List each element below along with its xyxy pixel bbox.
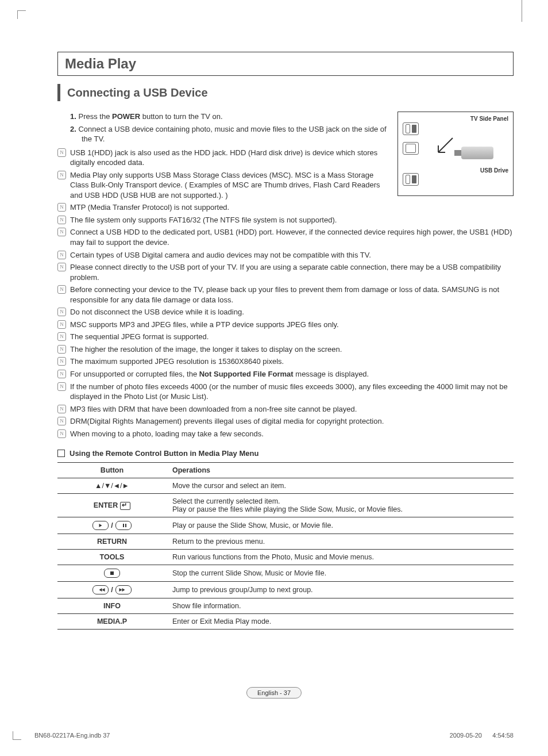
usb-drive-icon — [461, 147, 493, 159]
arrow-icon — [433, 135, 456, 158]
button-cell: RETURN — [57, 534, 167, 550]
main-title-box: Media Play — [57, 52, 514, 76]
note-item: MTP (Media Transfer Protocol) is not sup… — [57, 202, 387, 213]
note-item: Do not disconnect the USB device while i… — [57, 307, 514, 317]
usb-port-icon — [403, 122, 419, 135]
note-item: The maximum supported JPEG resolution is… — [57, 356, 514, 367]
step-item: 2. Connect a USB device containing photo… — [70, 124, 387, 144]
operation-cell: Stop the current Slide Show, Music or Mo… — [167, 565, 514, 582]
step-item: 1. Press the POWER button to turn the TV… — [70, 112, 387, 122]
section-title: Connecting a USB Device — [67, 86, 208, 99]
play-icon — [92, 521, 109, 530]
section-heading: Connecting a USB Device — [57, 84, 514, 101]
note-item: The higher the resolution of the image, … — [57, 344, 514, 355]
operation-cell: Enter or Exit Media Play mode. — [167, 614, 514, 630]
checkbox-icon — [57, 450, 65, 457]
table-row: ▲/▼/◄/►Move the cursor and select an ite… — [57, 478, 514, 494]
print-time: 4:54:58 — [484, 732, 514, 739]
main-title: Media Play — [65, 56, 136, 71]
sub-heading: Using the Remote Control Button in Media… — [57, 449, 514, 458]
operation-cell: Show file information. — [167, 598, 514, 614]
note-item: The file system only supports FAT16/32 (… — [57, 215, 387, 225]
hdmi-port-icon — [403, 142, 419, 155]
prev-icon — [92, 585, 109, 594]
steps-list: 1. Press the POWER button to turn the TV… — [57, 112, 387, 144]
button-cell: INFO — [57, 598, 167, 614]
note-item: USB 1(HDD) jack is also used as the HDD … — [57, 148, 387, 168]
table-row: /Play or pause the Slide Show, Music, or… — [57, 517, 514, 534]
tv-side-panel-diagram: TV Side Panel USB Drive — [398, 112, 514, 196]
operation-cell: Play or pause the Slide Show, Music, or … — [167, 517, 514, 534]
note-item: MP3 files with DRM that have been downlo… — [57, 404, 514, 415]
table-row: Stop the current Slide Show, Music or Mo… — [57, 565, 514, 582]
note-item: Certain types of USB Digital camera and … — [57, 250, 514, 260]
arrow-keys-icon: ▲/▼/◄/► — [95, 482, 129, 490]
crop-mark — [13, 731, 21, 740]
button-cell: / — [57, 517, 167, 534]
table-row: RETURNReturn to the previous menu. — [57, 534, 514, 550]
page: Media Play Connecting a USB Device TV Si… — [0, 0, 548, 756]
crop-mark — [522, 0, 522, 22]
table-header-row: Button Operations — [57, 463, 514, 478]
usb-port-icon — [403, 173, 419, 186]
operation-cell: Move the cursor and select an item. — [167, 478, 514, 494]
note-item: Connect a USB HDD to the dedicated port,… — [57, 227, 514, 247]
diagram-panel-label: TV Side Panel — [470, 116, 508, 122]
note-item: Please connect directly to the USB port … — [57, 262, 514, 282]
operation-cell: Jump to previous group/Jump to next grou… — [167, 582, 514, 598]
button-cell: / — [57, 582, 167, 598]
content-area: Media Play Connecting a USB Device TV Si… — [57, 52, 514, 630]
table-row: /Jump to previous group/Jump to next gro… — [57, 582, 514, 598]
button-cell: MEDIA.P — [57, 614, 167, 630]
table-row: ENTERSelect the currently selected item.… — [57, 494, 514, 517]
table-row: TOOLSRun various functions from the Phot… — [57, 550, 514, 565]
sub-heading-text: Using the Remote Control Button in Media… — [70, 449, 258, 458]
table-header-button: Button — [57, 463, 167, 478]
pause-icon — [115, 521, 132, 530]
note-item: If the number of photo files exceeds 400… — [57, 382, 514, 402]
print-footer-right: 2009-05-20 4:54:58 — [450, 732, 514, 739]
button-cell — [57, 565, 167, 582]
crop-mark — [17, 10, 26, 19]
print-footer-left: BN68-02217A-Eng.indb 37 — [34, 732, 110, 739]
operation-cell: Run various functions from the Photo, Mu… — [167, 550, 514, 565]
note-item: Media Play only supports USB Mass Storag… — [57, 170, 387, 201]
note-item: The sequential JPEG format is supported. — [57, 332, 514, 342]
operation-cell: Select the currently selected item.Play … — [167, 494, 514, 517]
note-item: DRM(Digital Rights Management) prevents … — [57, 416, 514, 427]
body-area: TV Side Panel USB Drive 1. Press the POW… — [57, 112, 514, 630]
button-cell: ▲/▼/◄/► — [57, 478, 167, 494]
stop-icon — [104, 569, 120, 578]
print-footer: BN68-02217A-Eng.indb 37 2009-05-20 4:54:… — [34, 732, 514, 739]
button-cell: ENTER — [57, 494, 167, 517]
table-row: INFOShow file information. — [57, 598, 514, 614]
table-row: MEDIA.PEnter or Exit Media Play mode. — [57, 614, 514, 630]
operation-cell: Return to the previous menu. — [167, 534, 514, 550]
diagram-drive-label: USB Drive — [480, 167, 508, 174]
enter-icon — [120, 502, 130, 510]
section-bar-icon — [57, 84, 60, 101]
next-icon — [115, 585, 132, 594]
page-number-pill: English - 37 — [246, 687, 302, 699]
table-header-operations: Operations — [167, 463, 514, 478]
note-item: MSC supports MP3 and JPEG files, while a… — [57, 320, 514, 330]
note-item: Before connecting your device to the TV,… — [57, 285, 514, 305]
notes-list-full: Connect a USB HDD to the dedicated port,… — [57, 227, 514, 439]
note-item: For unsupported or corrupted files, the … — [57, 369, 514, 379]
print-date: 2009-05-20 — [450, 732, 482, 739]
note-item: When moving to a photo, loading may take… — [57, 429, 514, 439]
button-cell: TOOLS — [57, 550, 167, 565]
remote-control-table: Button Operations ▲/▼/◄/►Move the cursor… — [57, 462, 514, 630]
